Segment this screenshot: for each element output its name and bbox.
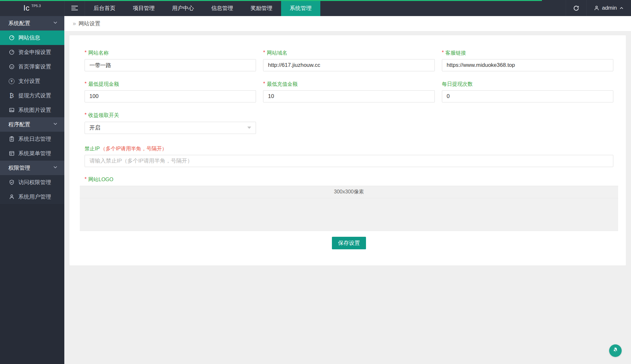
field-label: * 网站LOGO bbox=[85, 176, 613, 182]
field-min-withdraw: * 最低提现金额 bbox=[85, 81, 256, 102]
image-icon bbox=[8, 107, 15, 113]
nav-item-rewards[interactable]: 奖励管理 bbox=[242, 0, 281, 16]
sidebar-item-system-users[interactable]: 系统用户管理 bbox=[0, 190, 64, 204]
header-right-group: admin bbox=[566, 0, 631, 16]
select-selected-value: 开启 bbox=[89, 124, 100, 131]
settings-form-card: * 网站名称 * 网站域名 * 客服链接 bbox=[69, 35, 626, 265]
field-site-logo: * 网站LOGO 300x300像素 bbox=[85, 176, 613, 231]
logo-upload-area[interactable]: 300x300像素 bbox=[80, 186, 618, 231]
save-settings-button[interactable]: 保存设置 bbox=[332, 237, 366, 249]
sidebar-item-system-images[interactable]: 系统图片设置 bbox=[0, 103, 64, 117]
shield-check-icon bbox=[8, 179, 15, 186]
top-nav: 后台首页 项目管理 用户中心 信息管理 奖励管理 系统管理 bbox=[85, 0, 320, 16]
field-label: 每日提现次数 bbox=[442, 81, 613, 87]
sidebar-item-withdraw-method[interactable]: ₿ 提现方式设置 bbox=[0, 88, 64, 103]
sidebar-toggle-button[interactable] bbox=[64, 0, 85, 16]
sidebar-section-permissions[interactable]: 权限管理 bbox=[0, 161, 64, 175]
popup-icon bbox=[8, 64, 15, 70]
required-asterisk: * bbox=[263, 49, 265, 56]
field-service-link: * 客服链接 bbox=[442, 50, 613, 71]
nav-item-user-center[interactable]: 用户中心 bbox=[163, 0, 203, 16]
sidebar-item-label: 支付设置 bbox=[18, 77, 40, 85]
sidebar-item-label: 网站信息 bbox=[18, 34, 40, 41]
field-label: * 收益领取开关 bbox=[85, 112, 613, 118]
app-logo[interactable]: lc TP5.3 bbox=[0, 0, 64, 16]
logo-upload-hint-row[interactable]: 300x300像素 bbox=[80, 186, 618, 198]
yen-glyph: ¥ bbox=[11, 79, 13, 83]
person-icon bbox=[8, 194, 15, 200]
field-label: * 网站名称 bbox=[85, 50, 256, 56]
form-actions: 保存设置 bbox=[85, 237, 613, 249]
required-asterisk: * bbox=[85, 49, 87, 56]
logo-upload-preview[interactable] bbox=[80, 198, 618, 231]
select-caret-icon bbox=[247, 127, 251, 129]
user-name: admin bbox=[602, 5, 617, 11]
nav-item-label: 奖励管理 bbox=[251, 4, 272, 12]
bell-off-icon bbox=[612, 347, 619, 355]
sidebar-item-site-info[interactable]: 网站信息 bbox=[0, 31, 64, 45]
notification-toggle-button[interactable] bbox=[609, 344, 622, 357]
app-logo-version: TP5.3 bbox=[31, 4, 41, 8]
section-label: 程序配置 bbox=[8, 121, 30, 128]
bitcoin-icon: ₿ bbox=[8, 93, 15, 99]
daily-withdraw-times-input[interactable] bbox=[442, 90, 613, 102]
sidebar-item-fund-declare[interactable]: 资金申报设置 bbox=[0, 45, 64, 59]
field-label-text: 每日提现次数 bbox=[442, 81, 473, 87]
nav-item-information[interactable]: 信息管理 bbox=[203, 0, 242, 16]
chevron-up-icon bbox=[619, 6, 624, 11]
logo-size-hint: 300x300像素 bbox=[334, 189, 364, 195]
required-asterisk: * bbox=[85, 176, 87, 182]
menu-panel-icon bbox=[8, 150, 15, 157]
field-label-text: 客服链接 bbox=[445, 50, 466, 56]
nav-item-projects[interactable]: 项目管理 bbox=[124, 0, 163, 16]
sidebar-item-label: 系统菜单管理 bbox=[18, 150, 51, 157]
sidebar-item-label: 访问权限管理 bbox=[18, 179, 51, 186]
profit-switch-select[interactable]: 开启 bbox=[85, 122, 256, 134]
nav-item-dashboard[interactable]: 后台首页 bbox=[85, 0, 124, 16]
field-label-text: 最低提现金额 bbox=[88, 81, 119, 87]
sidebar-item-payment-settings[interactable]: ¥ 支付设置 bbox=[0, 74, 64, 88]
sidebar-section-program-config[interactable]: 程序配置 bbox=[0, 117, 64, 132]
min-recharge-input[interactable] bbox=[263, 90, 434, 102]
sidebar-item-label: 提现方式设置 bbox=[18, 92, 51, 99]
nav-item-system-active[interactable]: 系统管理 bbox=[281, 0, 320, 16]
sidebar-item-label: 系统用户管理 bbox=[18, 193, 51, 200]
field-min-recharge: * 最低充值金额 bbox=[263, 81, 434, 102]
nav-item-label: 信息管理 bbox=[211, 4, 233, 12]
gauge-icon bbox=[8, 35, 15, 41]
sidebar-section-system-config[interactable]: 系统配置 bbox=[0, 16, 64, 31]
field-daily-withdraw-times: 每日提现次数 bbox=[442, 81, 613, 102]
site-domain-input[interactable] bbox=[263, 59, 434, 71]
site-name-input[interactable] bbox=[85, 59, 256, 71]
nav-item-label: 后台首页 bbox=[94, 4, 115, 12]
min-withdraw-input[interactable] bbox=[85, 90, 256, 102]
nav-item-label: 系统管理 bbox=[290, 4, 312, 12]
field-label: * 网站域名 bbox=[263, 50, 434, 56]
sidebar-item-label: 系统图片设置 bbox=[18, 106, 51, 114]
required-asterisk: * bbox=[263, 81, 265, 87]
form-row-2: * 最低提现金额 * 最低充值金额 每日提现次数 bbox=[85, 81, 613, 102]
service-link-input[interactable] bbox=[442, 59, 613, 71]
refresh-button[interactable] bbox=[566, 0, 586, 16]
sidebar: 系统配置 网站信息 资金申报设置 首页弹窗设置 ¥ 支付设置 ₿ 提现方式设置 bbox=[0, 16, 64, 364]
form-row-1: * 网站名称 * 网站域名 * 客服链接 bbox=[85, 50, 613, 71]
sidebar-item-home-popup[interactable]: 首页弹窗设置 bbox=[0, 59, 64, 74]
forbidden-ip-input[interactable] bbox=[85, 155, 613, 167]
bitcoin-glyph: ₿ bbox=[9, 93, 14, 99]
field-label: * 最低充值金额 bbox=[263, 81, 434, 87]
sidebar-item-system-logs[interactable]: 系统日志管理 bbox=[0, 132, 64, 146]
field-label: * 最低提现金额 bbox=[85, 81, 256, 87]
user-menu[interactable]: admin bbox=[586, 0, 631, 16]
field-site-name: * 网站名称 bbox=[85, 50, 256, 71]
main-content: » 网站设置 * 网站名称 * 网站域名 * bbox=[64, 16, 631, 364]
section-label: 权限管理 bbox=[8, 164, 30, 172]
chevron-down-icon bbox=[53, 164, 58, 171]
sidebar-item-system-menus[interactable]: 系统菜单管理 bbox=[0, 146, 64, 161]
chevron-down-icon bbox=[53, 20, 58, 27]
nav-item-label: 用户中心 bbox=[172, 4, 194, 12]
field-label-text: 收益领取开关 bbox=[88, 112, 119, 118]
sidebar-item-label: 资金申报设置 bbox=[18, 49, 51, 56]
gauge-icon bbox=[8, 49, 15, 56]
chevron-down-icon bbox=[53, 121, 58, 128]
sidebar-item-access-permissions[interactable]: 访问权限管理 bbox=[0, 175, 64, 190]
